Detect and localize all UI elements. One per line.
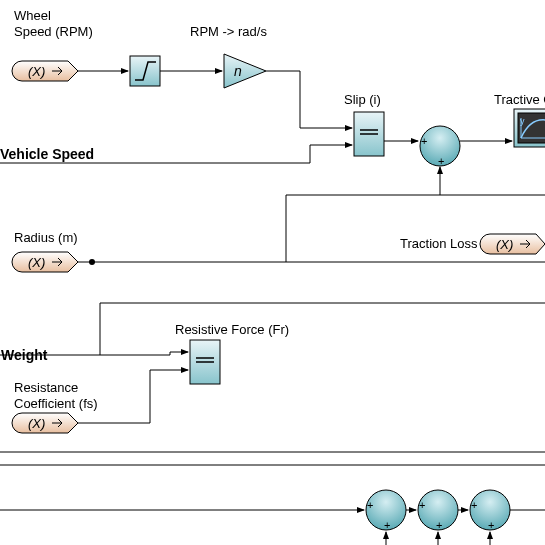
radius-node-dot bbox=[89, 259, 95, 265]
svg-text:y: y bbox=[520, 116, 525, 126]
input-traction-loss[interactable]: (X) bbox=[480, 234, 545, 254]
svg-text:+: + bbox=[419, 499, 425, 511]
gain-block[interactable]: n bbox=[224, 54, 266, 88]
svg-text:n: n bbox=[234, 63, 242, 79]
line-resist-to-fr bbox=[78, 370, 188, 423]
svg-text:(X): (X) bbox=[28, 416, 45, 431]
line-vehiclespeed-to-slip bbox=[0, 145, 352, 163]
svg-text:+: + bbox=[367, 499, 373, 511]
tractive-scope-block[interactable]: y bbox=[514, 109, 545, 147]
svg-text:(X): (X) bbox=[28, 255, 45, 270]
rate-limiter-block[interactable] bbox=[130, 56, 160, 86]
svg-text:(X): (X) bbox=[28, 64, 45, 79]
slip-divide-block[interactable] bbox=[354, 112, 384, 156]
input-wheel-speed[interactable]: (X) bbox=[12, 61, 78, 81]
line-gain-to-slip bbox=[266, 71, 352, 128]
diagram-svg: (X) (X) (X) (X) n + + bbox=[0, 0, 545, 545]
input-radius[interactable]: (X) bbox=[12, 252, 78, 272]
line-weight-to-fr bbox=[0, 352, 188, 355]
input-resistance-coeff[interactable]: (X) bbox=[12, 413, 78, 433]
svg-text:+: + bbox=[436, 519, 442, 531]
svg-text:+: + bbox=[488, 519, 494, 531]
resistive-force-block[interactable] bbox=[190, 340, 220, 384]
svg-text:(X): (X) bbox=[496, 237, 513, 252]
svg-text:+: + bbox=[421, 135, 427, 147]
sum-block-c[interactable]: + + bbox=[470, 490, 510, 531]
sum-block-b[interactable]: + + bbox=[418, 490, 458, 531]
svg-text:+: + bbox=[471, 499, 477, 511]
sum-block-1[interactable]: + + bbox=[420, 126, 460, 167]
svg-text:+: + bbox=[384, 519, 390, 531]
svg-text:+: + bbox=[438, 155, 444, 167]
sum-block-a[interactable]: + + bbox=[366, 490, 406, 531]
